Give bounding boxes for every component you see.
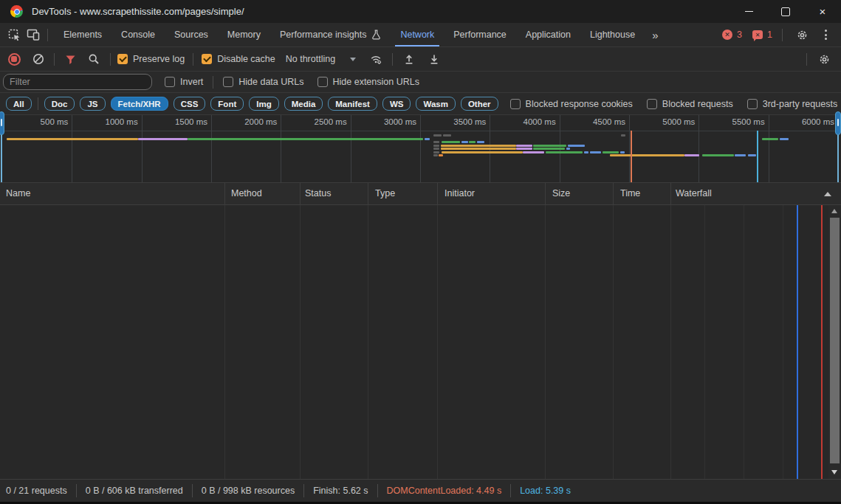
filter-chip-doc[interactable]: Doc	[44, 97, 75, 111]
more-tabs-button[interactable]: »	[645, 29, 665, 41]
requests-table-body[interactable]	[0, 205, 841, 479]
filter-chip-ws[interactable]: WS	[382, 97, 411, 111]
tab-label: Sources	[174, 30, 208, 40]
overview-request-bar	[590, 151, 601, 153]
filter-chip-js[interactable]: JS	[80, 97, 105, 111]
blocked-requests-label: Blocked requests	[662, 99, 733, 109]
overview-gridline	[281, 115, 281, 182]
close-button[interactable]: ×	[804, 0, 841, 23]
invert-checkbox-box	[165, 77, 175, 87]
hide-data-urls-label: Hide data URLs	[238, 77, 303, 87]
tab-sources[interactable]: Sources	[165, 23, 218, 46]
scroll-up-icon[interactable]	[831, 209, 837, 213]
tab-memory[interactable]: Memory	[218, 23, 270, 46]
overview-request-bar	[516, 145, 532, 147]
filter-chip-fetch-xhr[interactable]: Fetch/XHR	[111, 97, 168, 111]
column-header-time[interactable]: Time	[620, 183, 640, 204]
filter-chip-all[interactable]: All	[6, 97, 32, 111]
maximize-button[interactable]	[767, 0, 804, 23]
column-header-name[interactable]: Name	[6, 183, 30, 204]
overview-request-bar	[433, 134, 442, 137]
settings-button[interactable]	[792, 25, 811, 44]
invert-label: Invert	[180, 77, 203, 87]
scrollbar-thumb[interactable]	[830, 218, 840, 463]
overview-request-bar	[138, 138, 188, 140]
tabbar-separator	[47, 29, 48, 41]
hide-data-urls-checkbox[interactable]: Hide data URLs	[223, 77, 303, 87]
column-header-method[interactable]: Method	[231, 183, 262, 204]
body-column-separator	[224, 205, 225, 479]
clear-network-log-button[interactable]	[29, 49, 48, 69]
inspect-element-button[interactable]	[4, 25, 24, 44]
column-header-status[interactable]: Status	[305, 183, 331, 204]
preserve-log-checkbox[interactable]: Preserve log	[117, 54, 185, 64]
network-overview-timeline[interactable]: 500 ms1000 ms1500 ms2000 ms2500 ms3000 m…	[0, 115, 841, 183]
blocked-requests-checkbox[interactable]: Blocked requests	[647, 99, 733, 109]
tab-lighthouse[interactable]: Lighthouse	[580, 23, 645, 46]
tab-elements[interactable]: Elements	[54, 23, 111, 46]
overview-request-bar	[523, 151, 544, 153]
column-separator	[670, 183, 671, 204]
status-0-b-606-kb-transferred: 0 B / 606 kB transferred	[86, 486, 183, 496]
disable-cache-checkbox[interactable]: Disable cache	[202, 54, 275, 64]
import-har-icon	[403, 53, 415, 65]
overview-left-grip[interactable]	[0, 111, 4, 135]
minimize-button[interactable]	[730, 0, 767, 23]
vertical-scrollbar[interactable]	[828, 205, 841, 479]
filter-toggle-button[interactable]	[61, 49, 80, 69]
column-header-type[interactable]: Type	[375, 183, 395, 204]
overview-tick-label: 1500 ms	[154, 117, 207, 128]
3rd-party-requests-checkbox[interactable]: 3rd-party requests	[747, 99, 837, 109]
status-separator	[76, 484, 77, 497]
tab-network[interactable]: Network	[391, 23, 444, 46]
column-header-initiator[interactable]: Initiator	[444, 183, 475, 204]
tab-console[interactable]: Console	[111, 23, 165, 46]
overview-gridline	[72, 115, 72, 182]
filter-input[interactable]	[3, 74, 152, 90]
device-toolbar-button[interactable]	[24, 25, 43, 44]
chrome-logo-icon	[10, 5, 23, 18]
minimize-icon	[745, 11, 753, 12]
status-separator	[192, 484, 193, 497]
blocked-requests-checkbox-box	[647, 99, 657, 109]
issues-badge-icon[interactable]: ✕	[752, 30, 763, 39]
hide-extension-urls-checkbox[interactable]: Hide extension URLs	[317, 77, 419, 87]
filter-chip-manifest[interactable]: Manifest	[328, 97, 377, 111]
main-menu-button[interactable]	[816, 25, 835, 44]
device-toolbar-icon	[27, 29, 40, 41]
toolbar-separator-4	[392, 53, 393, 66]
record-network-log-button[interactable]	[4, 49, 24, 69]
overview-tick-label: 4500 ms	[572, 117, 625, 128]
tab-performance-insights[interactable]: Performance insights	[270, 23, 391, 46]
tab-label: Performance	[453, 30, 507, 40]
import-har-button[interactable]	[399, 49, 419, 69]
tab-performance[interactable]: Performance	[444, 23, 516, 46]
network-settings-button[interactable]	[814, 49, 834, 69]
gear-icon	[796, 29, 809, 41]
export-har-button[interactable]	[425, 49, 444, 69]
network-conditions-button[interactable]	[366, 49, 385, 69]
column-header-size[interactable]: Size	[552, 183, 570, 204]
throttling-select[interactable]: No throttling	[286, 54, 356, 64]
filter-chip-img[interactable]: Img	[249, 97, 278, 111]
filter-chip-media[interactable]: Media	[284, 97, 323, 111]
overview-tick-label: 6000 ms	[781, 117, 834, 128]
search-button[interactable]	[84, 49, 103, 69]
window-title: DevTools - www.scrapethissite.com/pages/…	[32, 6, 244, 17]
filter-chip-other[interactable]: Other	[461, 97, 498, 111]
dcl-line	[797, 205, 798, 479]
invert-checkbox[interactable]: Invert	[165, 77, 203, 87]
filter-chip-wasm[interactable]: Wasm	[416, 97, 455, 111]
overview-tick-label: 4000 ms	[503, 117, 556, 128]
column-header-waterfall[interactable]: Waterfall	[676, 183, 712, 204]
filter-chip-font[interactable]: Font	[210, 97, 244, 111]
waterfall-gridline	[704, 205, 705, 479]
filter-chip-css[interactable]: CSS	[174, 97, 206, 111]
column-separator	[613, 183, 614, 204]
tab-application[interactable]: Application	[516, 23, 580, 46]
blocked-response-cookies-checkbox[interactable]: Blocked response cookies	[510, 99, 633, 109]
scroll-down-icon[interactable]	[831, 470, 837, 474]
overview-request-bar	[433, 145, 439, 147]
overview-right-grip[interactable]	[835, 111, 841, 135]
error-badge-icon[interactable]: ✕	[722, 30, 732, 40]
